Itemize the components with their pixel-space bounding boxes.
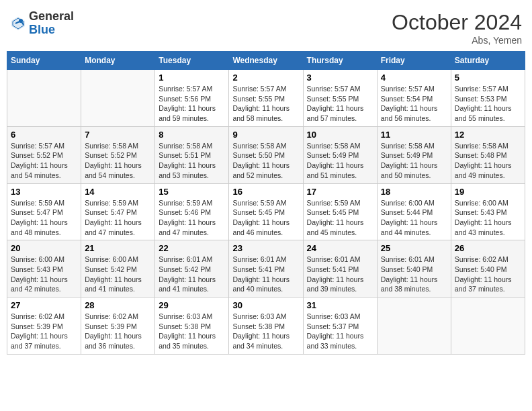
day-number: 21	[85, 243, 151, 253]
day-info: Sunrise: 6:00 AM Sunset: 5:43 PM Dayligh…	[11, 255, 77, 294]
day-number: 5	[455, 73, 521, 83]
calendar-header-row: Sunday Monday Tuesday Wednesday Thursday…	[7, 52, 525, 70]
day-number: 11	[381, 130, 447, 140]
calendar-cell: 13Sunrise: 5:59 AM Sunset: 5:47 PM Dayli…	[7, 183, 81, 240]
day-info: Sunrise: 6:01 AM Sunset: 5:41 PM Dayligh…	[307, 255, 373, 294]
calendar-cell: 10Sunrise: 5:58 AM Sunset: 5:49 PM Dayli…	[303, 126, 377, 183]
calendar-week-4: 20Sunrise: 6:00 AM Sunset: 5:43 PM Dayli…	[7, 240, 525, 298]
col-saturday: Saturday	[451, 52, 525, 70]
day-info: Sunrise: 5:57 AM Sunset: 5:53 PM Dayligh…	[455, 84, 521, 124]
day-info: Sunrise: 5:57 AM Sunset: 5:55 PM Dayligh…	[232, 84, 299, 124]
day-info: Sunrise: 5:59 AM Sunset: 5:47 PM Dayligh…	[85, 198, 151, 238]
calendar-cell: 30Sunrise: 6:03 AM Sunset: 5:38 PM Dayli…	[229, 298, 303, 355]
day-number: 29	[159, 300, 225, 310]
day-number: 9	[232, 130, 299, 140]
day-number: 28	[85, 300, 151, 310]
day-info: Sunrise: 6:01 AM Sunset: 5:42 PM Dayligh…	[159, 255, 225, 294]
logo-blue: Blue	[29, 24, 74, 37]
day-number: 8	[159, 130, 225, 140]
month-title: October 2024	[392, 10, 522, 35]
calendar-week-2: 6Sunrise: 5:57 AM Sunset: 5:52 PM Daylig…	[7, 126, 525, 183]
day-number: 12	[455, 130, 521, 140]
logo: General Blue	[10, 10, 74, 37]
calendar-week-5: 27Sunrise: 6:02 AM Sunset: 5:39 PM Dayli…	[7, 298, 525, 355]
logo-icon	[10, 15, 26, 32]
day-info: Sunrise: 5:57 AM Sunset: 5:55 PM Dayligh…	[307, 84, 373, 124]
calendar-cell	[81, 70, 155, 127]
day-number: 13	[11, 187, 77, 197]
title-block: October 2024 Abs, Yemen	[392, 10, 522, 46]
day-number: 31	[307, 300, 373, 310]
day-info: Sunrise: 5:59 AM Sunset: 5:45 PM Dayligh…	[232, 198, 299, 238]
day-number: 17	[307, 187, 373, 197]
day-number: 30	[232, 300, 299, 310]
calendar-cell: 27Sunrise: 6:02 AM Sunset: 5:39 PM Dayli…	[7, 298, 81, 355]
day-info: Sunrise: 5:58 AM Sunset: 5:49 PM Dayligh…	[307, 141, 373, 181]
calendar-cell	[451, 298, 525, 355]
day-number: 25	[381, 243, 447, 253]
calendar-cell: 31Sunrise: 6:03 AM Sunset: 5:37 PM Dayli…	[303, 298, 377, 355]
calendar-cell: 21Sunrise: 6:00 AM Sunset: 5:42 PM Dayli…	[81, 240, 155, 298]
calendar-cell: 9Sunrise: 5:58 AM Sunset: 5:50 PM Daylig…	[229, 126, 303, 183]
day-number: 19	[455, 187, 521, 197]
calendar-week-3: 13Sunrise: 5:59 AM Sunset: 5:47 PM Dayli…	[7, 183, 525, 240]
day-info: Sunrise: 6:02 AM Sunset: 5:40 PM Dayligh…	[455, 255, 521, 294]
calendar-cell: 2Sunrise: 5:57 AM Sunset: 5:55 PM Daylig…	[229, 70, 303, 127]
day-info: Sunrise: 5:58 AM Sunset: 5:49 PM Dayligh…	[381, 141, 447, 181]
calendar-cell: 23Sunrise: 6:01 AM Sunset: 5:41 PM Dayli…	[229, 240, 303, 298]
day-number: 1	[159, 73, 225, 83]
day-info: Sunrise: 5:57 AM Sunset: 5:56 PM Dayligh…	[159, 84, 225, 124]
day-number: 24	[307, 243, 373, 253]
calendar-cell	[7, 70, 81, 127]
day-info: Sunrise: 5:59 AM Sunset: 5:47 PM Dayligh…	[11, 198, 77, 238]
day-info: Sunrise: 5:58 AM Sunset: 5:52 PM Dayligh…	[85, 141, 151, 181]
day-number: 6	[11, 130, 77, 140]
calendar-cell: 20Sunrise: 6:00 AM Sunset: 5:43 PM Dayli…	[7, 240, 81, 298]
day-info: Sunrise: 6:02 AM Sunset: 5:39 PM Dayligh…	[11, 312, 77, 351]
col-tuesday: Tuesday	[155, 52, 229, 70]
day-number: 26	[455, 243, 521, 253]
col-sunday: Sunday	[7, 52, 81, 70]
location-subtitle: Abs, Yemen	[392, 35, 522, 46]
calendar-cell: 12Sunrise: 5:58 AM Sunset: 5:48 PM Dayli…	[451, 126, 525, 183]
day-number: 2	[232, 73, 299, 83]
calendar-cell: 8Sunrise: 5:58 AM Sunset: 5:51 PM Daylig…	[155, 126, 229, 183]
day-number: 3	[307, 73, 373, 83]
day-info: Sunrise: 6:02 AM Sunset: 5:39 PM Dayligh…	[85, 312, 151, 351]
calendar-cell: 7Sunrise: 5:58 AM Sunset: 5:52 PM Daylig…	[81, 126, 155, 183]
col-monday: Monday	[81, 52, 155, 70]
calendar-cell: 1Sunrise: 5:57 AM Sunset: 5:56 PM Daylig…	[155, 70, 229, 127]
calendar-cell: 28Sunrise: 6:02 AM Sunset: 5:39 PM Dayli…	[81, 298, 155, 355]
col-wednesday: Wednesday	[229, 52, 303, 70]
calendar-cell: 4Sunrise: 5:57 AM Sunset: 5:54 PM Daylig…	[377, 70, 451, 127]
day-number: 4	[381, 73, 447, 83]
calendar-cell: 26Sunrise: 6:02 AM Sunset: 5:40 PM Dayli…	[451, 240, 525, 298]
day-info: Sunrise: 6:00 AM Sunset: 5:44 PM Dayligh…	[381, 198, 447, 238]
day-number: 27	[11, 300, 77, 310]
svg-point-2	[19, 19, 23, 23]
calendar-cell: 11Sunrise: 5:58 AM Sunset: 5:49 PM Dayli…	[377, 126, 451, 183]
day-info: Sunrise: 6:03 AM Sunset: 5:38 PM Dayligh…	[159, 312, 225, 351]
day-info: Sunrise: 6:03 AM Sunset: 5:38 PM Dayligh…	[232, 312, 299, 351]
calendar-cell: 3Sunrise: 5:57 AM Sunset: 5:55 PM Daylig…	[303, 70, 377, 127]
day-info: Sunrise: 6:00 AM Sunset: 5:43 PM Dayligh…	[455, 198, 521, 238]
logo-text: General Blue	[29, 10, 74, 37]
day-info: Sunrise: 6:01 AM Sunset: 5:40 PM Dayligh…	[381, 255, 447, 294]
calendar-cell: 6Sunrise: 5:57 AM Sunset: 5:52 PM Daylig…	[7, 126, 81, 183]
day-info: Sunrise: 5:59 AM Sunset: 5:45 PM Dayligh…	[307, 198, 373, 238]
day-number: 10	[307, 130, 373, 140]
calendar-week-1: 1Sunrise: 5:57 AM Sunset: 5:56 PM Daylig…	[7, 70, 525, 127]
col-thursday: Thursday	[303, 52, 377, 70]
calendar-table: Sunday Monday Tuesday Wednesday Thursday…	[7, 51, 525, 355]
day-number: 14	[85, 187, 151, 197]
day-number: 23	[232, 243, 299, 253]
day-info: Sunrise: 5:58 AM Sunset: 5:51 PM Dayligh…	[159, 141, 225, 181]
day-number: 16	[232, 187, 299, 197]
day-number: 20	[11, 243, 77, 253]
day-number: 18	[381, 187, 447, 197]
col-friday: Friday	[377, 52, 451, 70]
day-info: Sunrise: 6:03 AM Sunset: 5:37 PM Dayligh…	[307, 312, 373, 351]
day-number: 22	[159, 243, 225, 253]
day-info: Sunrise: 6:00 AM Sunset: 5:42 PM Dayligh…	[85, 255, 151, 294]
day-info: Sunrise: 6:01 AM Sunset: 5:41 PM Dayligh…	[232, 255, 299, 294]
